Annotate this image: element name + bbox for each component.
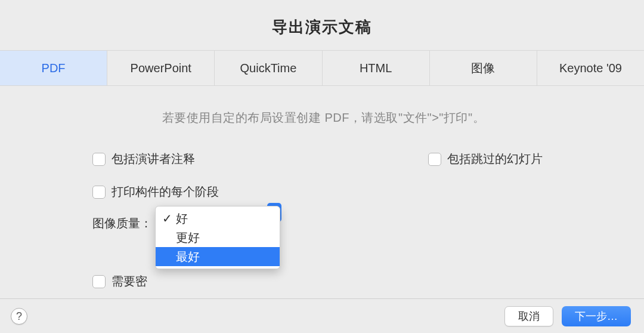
quality-dropdown-menu[interactable]: ✓ 好 更好 最好 [155,206,280,269]
dialog-title: 导出演示文稿 [0,0,644,50]
button-label: 取消 [518,309,540,323]
export-format-tabs: PDF PowerPoint QuickTime HTML 图像 Keynote… [0,50,644,86]
tab-label: HTML [360,61,392,75]
checkbox-label: 需要密 [112,273,147,289]
dialog-footer: ? 取消 下一步… [0,298,644,333]
checkbox-icon[interactable] [92,275,106,288]
tab-label: PDF [42,61,66,75]
tab-quicktime[interactable]: QuickTime [215,51,322,85]
checkbox-row-1: 包括演讲者注释 包括跳过的幻灯片 [92,151,555,175]
tab-keynote09[interactable]: Keynote '09 [537,51,644,85]
layout-hint: 若要使用自定的布局设置创建 PDF，请选取"文件">"打印"。 [92,110,555,126]
tab-label: 图像 [471,60,495,76]
export-dialog: 导出演示文稿 PDF PowerPoint QuickTime HTML 图像 … [0,0,644,333]
checkbox-label: 打印构件的每个阶段 [112,184,219,200]
button-label: 下一步… [575,309,618,323]
option-label: 更好 [176,230,200,246]
image-quality-label: 图像质量： [92,215,152,232]
quality-option-better[interactable]: 更好 [156,228,280,247]
tab-html[interactable]: HTML [323,51,430,85]
tab-label: PowerPoint [131,61,191,75]
next-button[interactable]: 下一步… [562,306,631,326]
tab-pdf[interactable]: PDF [0,51,107,85]
checkbox-icon[interactable] [92,186,106,199]
tab-powerpoint[interactable]: PowerPoint [107,51,215,85]
checkbox-require-password[interactable]: 需要密 [92,273,555,289]
tab-image[interactable]: 图像 [430,51,537,85]
tab-label: Keynote '09 [559,61,622,75]
checkbox-label: 包括演讲者注释 [112,151,195,167]
dialog-content: 若要使用自定的布局设置创建 PDF，请选取"文件">"打印"。 包括演讲者注释 … [0,86,644,289]
tab-label: QuickTime [240,61,297,75]
checkbox-icon[interactable] [92,153,106,166]
checkbox-icon[interactable] [428,153,441,166]
help-icon: ? [16,310,22,323]
checkmark-icon: ✓ [162,211,172,226]
footer-buttons: 取消 下一步… [504,306,631,326]
checkbox-skipped-slides[interactable]: 包括跳过的幻灯片 [428,151,543,167]
quality-option-good[interactable]: ✓ 好 [156,209,280,228]
checkbox-presenter-notes[interactable]: 包括演讲者注释 [92,151,195,167]
option-label: 最好 [176,249,200,265]
cancel-button[interactable]: 取消 [504,306,553,326]
quality-option-best[interactable]: 最好 [156,247,280,266]
checkbox-print-builds[interactable]: 打印构件的每个阶段 [92,184,555,200]
checkbox-label: 包括跳过的幻灯片 [447,151,543,167]
help-button[interactable]: ? [11,308,27,325]
option-label: 好 [176,211,188,227]
